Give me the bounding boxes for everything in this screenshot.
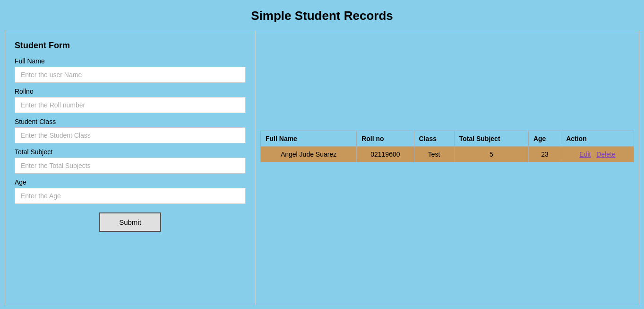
cell-age: 23 xyxy=(528,147,561,162)
cell-rollno: 02119600 xyxy=(357,147,414,162)
age-input[interactable] xyxy=(15,188,246,204)
form-panel: Student Form Full Name Rollno Student Cl… xyxy=(5,31,256,305)
totalsubject-input[interactable] xyxy=(15,158,246,174)
page-title: Simple Student Records xyxy=(0,9,644,23)
rollno-input[interactable] xyxy=(15,97,246,113)
edit-link[interactable]: Edit xyxy=(579,150,591,158)
age-group: Age xyxy=(15,178,246,204)
col-action: Action xyxy=(561,131,634,147)
col-totalsubject: Total Subject xyxy=(454,131,528,147)
fullname-input[interactable] xyxy=(15,67,246,83)
rollno-group: Rollno xyxy=(15,88,246,113)
col-fullname: Full Name xyxy=(261,131,357,147)
rollno-label: Rollno xyxy=(15,88,246,95)
totalsubject-group: Total Subject xyxy=(15,148,246,174)
cell-totalsubject: 5 xyxy=(454,147,528,162)
age-label: Age xyxy=(15,178,246,186)
cell-class: Test xyxy=(414,147,454,162)
fullname-label: Full Name xyxy=(15,57,246,65)
table-header-row: Full Name Roll no Class Total Subject Ag… xyxy=(261,131,634,147)
totalsubject-label: Total Subject xyxy=(15,148,246,156)
table-row: Angel Jude Suarez 02119600 Test 5 23 Edi… xyxy=(261,147,634,162)
records-table: Full Name Roll no Class Total Subject Ag… xyxy=(260,131,634,162)
studentclass-label: Student Class xyxy=(15,118,246,125)
form-title: Student Form xyxy=(15,41,246,51)
col-class: Class xyxy=(414,131,454,147)
cell-action: Edit Delete xyxy=(561,147,634,162)
col-rollno: Roll no xyxy=(357,131,414,147)
cell-fullname: Angel Jude Suarez xyxy=(261,147,357,162)
col-age: Age xyxy=(528,131,561,147)
delete-link[interactable]: Delete xyxy=(596,150,615,158)
studentclass-input[interactable] xyxy=(15,127,246,143)
fullname-group: Full Name xyxy=(15,57,246,83)
table-panel: Full Name Roll no Class Total Subject Ag… xyxy=(256,31,639,305)
submit-button[interactable]: Submit xyxy=(99,212,161,232)
studentclass-group: Student Class xyxy=(15,118,246,143)
